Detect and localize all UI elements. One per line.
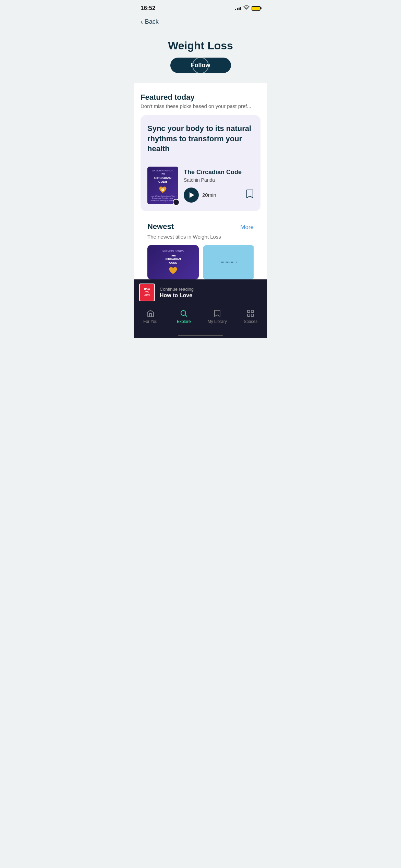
book-cover-subtitle: Lose Weight. Supercharge Your Energy. an… xyxy=(150,195,175,202)
featured-divider xyxy=(147,161,254,161)
book-cover-title-top: THE xyxy=(160,172,165,175)
main-content: Featured today Don't miss these picks ba… xyxy=(134,83,267,279)
featured-book-info: Satchin Panda THE CIRCADIAN CODE Lose We… xyxy=(147,167,254,204)
home-indicator xyxy=(134,332,267,338)
more-link[interactable]: More xyxy=(240,224,254,231)
nav-item-my-library[interactable]: My Library xyxy=(205,309,229,324)
search-icon xyxy=(179,309,188,318)
newest-books-list: SATCHIN PANDA THECIRCADIANCODE William W… xyxy=(147,245,254,279)
newest-book-2-author: William W. Li xyxy=(221,261,237,264)
book-title: The Circadian Code xyxy=(184,169,254,176)
spaces-icon xyxy=(246,309,255,318)
nav-label-explore: Explore xyxy=(177,319,191,324)
svg-rect-8 xyxy=(251,314,254,316)
bottom-nav: For You Explore My Library Space xyxy=(134,305,267,332)
book-author: Satchin Panda xyxy=(184,177,254,183)
newest-header: Newest More xyxy=(147,222,254,232)
nav-item-for-you[interactable]: For You xyxy=(138,309,162,324)
status-time: 16:52 xyxy=(141,5,155,12)
featured-section: Featured today Don't miss these picks ba… xyxy=(141,93,260,211)
home-bar xyxy=(178,335,223,336)
continue-reading-banner[interactable]: HOWTOLOVE Continue reading How to Love xyxy=(134,279,267,305)
book-cover: Satchin Panda THE CIRCADIAN CODE Lose We… xyxy=(147,167,178,204)
back-label: Back xyxy=(145,18,159,25)
newest-subtitle: The newest titles in Weight Loss xyxy=(147,234,254,240)
continue-title: How to Love xyxy=(160,292,262,299)
status-bar: 16:52 xyxy=(134,0,267,14)
nav-item-explore[interactable]: Explore xyxy=(172,309,196,324)
duration: 20min xyxy=(202,192,216,198)
back-arrow-icon: ‹ xyxy=(141,18,143,26)
home-icon xyxy=(146,309,155,318)
newest-title: Newest xyxy=(147,222,174,231)
continue-book-thumb: HOWTOLOVE xyxy=(139,284,155,301)
svg-line-4 xyxy=(185,315,187,317)
play-area: 20min xyxy=(184,188,216,203)
book-actions: 20min xyxy=(184,188,254,203)
back-button[interactable]: ‹ Back xyxy=(141,18,159,26)
featured-title: Featured today xyxy=(141,93,260,102)
book-details: The Circadian Code Satchin Panda 20min xyxy=(184,169,254,203)
heart-clock-icon xyxy=(157,186,169,194)
battery-icon xyxy=(252,6,260,11)
signal-icon xyxy=(235,6,241,10)
nav-label-spaces: Spaces xyxy=(244,319,257,324)
bookmark-icon[interactable] xyxy=(246,189,254,201)
thumb-inner: HOWTOLOVE xyxy=(140,284,154,301)
newest-book-cover-1: SATCHIN PANDA THECIRCADIANCODE xyxy=(147,245,199,279)
wifi-icon xyxy=(243,5,250,11)
nav-label-for-you: For You xyxy=(143,319,157,324)
bookmark-nav-icon xyxy=(213,309,222,318)
book-cover-author: Satchin Panda xyxy=(152,169,173,172)
svg-rect-6 xyxy=(251,310,254,313)
continue-label: Continue reading xyxy=(160,287,262,292)
continue-text: Continue reading How to Love xyxy=(160,287,262,299)
featured-quote: Sync your body to its natural rhythms to… xyxy=(147,123,254,154)
newest-book-1[interactable]: SATCHIN PANDA THECIRCADIANCODE xyxy=(147,245,199,279)
newest-section: Newest More The newest titles in Weight … xyxy=(141,222,260,279)
newest-book-1-author: SATCHIN PANDA xyxy=(162,250,184,252)
book-cover-wrapper: Satchin Panda THE CIRCADIAN CODE Lose We… xyxy=(147,167,178,204)
svg-rect-5 xyxy=(247,310,250,313)
follow-button[interactable]: Follow xyxy=(170,58,231,73)
nav-item-spaces[interactable]: Spaces xyxy=(239,309,263,324)
play-button[interactable] xyxy=(184,188,199,203)
featured-subtitle: Don't miss these picks based on your pas… xyxy=(141,103,260,109)
book-cover-title-main: CIRCADIAN CODE xyxy=(150,176,175,184)
svg-rect-7 xyxy=(247,314,250,316)
play-triangle-icon xyxy=(190,192,194,198)
newest-book-2[interactable]: William W. Li xyxy=(203,245,254,279)
header: ‹ Back xyxy=(134,14,267,33)
status-icons xyxy=(235,5,260,11)
book-cover-dot xyxy=(173,199,180,206)
nav-label-my-library: My Library xyxy=(208,319,227,324)
newest-book-cover-2: William W. Li xyxy=(203,245,254,279)
category-title: Weight Loss xyxy=(141,39,260,52)
featured-card: Sync your body to its natural rhythms to… xyxy=(141,115,260,211)
hero-section: Weight Loss Follow xyxy=(134,33,267,83)
